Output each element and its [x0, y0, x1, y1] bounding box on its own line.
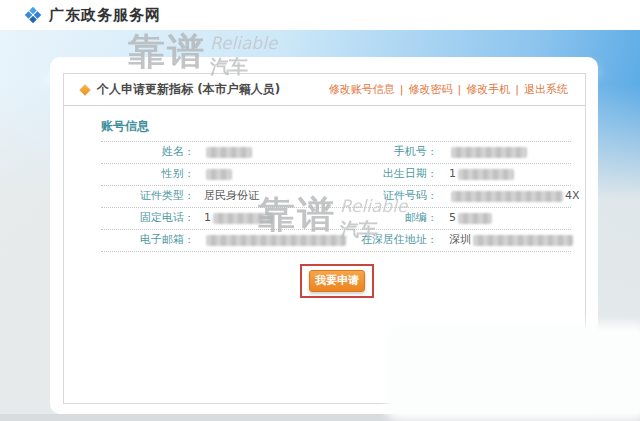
residence-address-value: 深圳: [449, 229, 604, 251]
value-visible-prefix: 1: [204, 211, 211, 224]
page: 广东政务服务网 个人申请更新指标 (本市户籍人员) 修改账号信息|修改密码|修改…: [0, 0, 640, 421]
value-visible-prefix: 深圳: [449, 233, 471, 246]
birthdate-label: 出生日期 :: [294, 163, 434, 185]
section-title-account-info: 账号信息: [101, 118, 149, 135]
redacted-value: [473, 235, 573, 246]
panel-header: 个人申请更新指标 (本市户籍人员) 修改账号信息|修改密码|修改手机|退出系统: [64, 74, 585, 106]
birthdate-value: 1: [449, 163, 604, 185]
id-number-label: 证件号码 :: [294, 185, 434, 207]
redacted-value: [206, 147, 252, 158]
field-row-gender-birthdate: 性别 : 出生日期 : 1: [101, 163, 573, 185]
apply-button[interactable]: 我要申请: [309, 270, 365, 292]
gender-label: 性别 :: [101, 163, 191, 185]
field-row-name-mobile: 姓名 : 手机号 :: [101, 141, 573, 163]
id-type-label: 证件类型 :: [101, 185, 191, 207]
landline-label: 固定电话 :: [101, 207, 191, 229]
link-change-phone[interactable]: 修改手机: [466, 83, 510, 96]
email-label: 电子邮箱 :: [101, 229, 191, 251]
value-visible-suffix: 4X: [565, 189, 580, 202]
site-title: 广东政务服务网: [49, 6, 161, 25]
postcode-label: 邮编 :: [294, 207, 434, 229]
link-separator: |: [458, 83, 462, 96]
id-number-value: 4X: [449, 185, 604, 207]
redacted-value: [451, 191, 563, 202]
dotted-divider: [101, 251, 571, 252]
red-annotation-box: 我要申请: [300, 264, 374, 298]
page-bottom-strip: [0, 414, 640, 421]
mobile-label: 手机号 :: [294, 141, 434, 163]
value-visible-prefix: 5: [449, 211, 456, 224]
redacted-value: [458, 213, 492, 224]
redacted-value: [206, 169, 232, 180]
redacted-value: [213, 213, 273, 224]
redacted-value: [458, 169, 514, 180]
postcode-value: 5: [449, 207, 604, 229]
link-change-password[interactable]: 修改密码: [409, 83, 453, 96]
link-separator: |: [515, 83, 519, 96]
value-visible-prefix: 1: [449, 167, 456, 180]
mobile-value: [449, 141, 604, 163]
residence-address-label: 在深居住地址 :: [294, 229, 434, 251]
link-logout[interactable]: 退出系统: [524, 83, 568, 96]
name-label: 姓名 :: [101, 141, 191, 163]
gov-logo-icon[interactable]: [24, 6, 42, 24]
site-header: 广东政务服务网: [0, 0, 640, 30]
white-censor-patch: [394, 331, 640, 413]
link-edit-account-info[interactable]: 修改账号信息: [329, 83, 395, 96]
field-row-landline-postcode: 固定电话 : 1 邮编 : 5: [101, 207, 573, 229]
field-row-idtype-idnumber: 证件类型 : 居民身份证 证件号码 : 4X: [101, 185, 573, 207]
diamond-icon: [79, 84, 90, 95]
redacted-value: [451, 147, 527, 158]
field-row-email-address: 电子邮箱 : 在深居住地址 : 深圳: [101, 229, 573, 251]
link-separator: |: [400, 83, 404, 96]
account-links: 修改账号信息|修改密码|修改手机|退出系统: [329, 82, 568, 97]
page-title: 个人申请更新指标 (本市户籍人员): [97, 81, 280, 98]
